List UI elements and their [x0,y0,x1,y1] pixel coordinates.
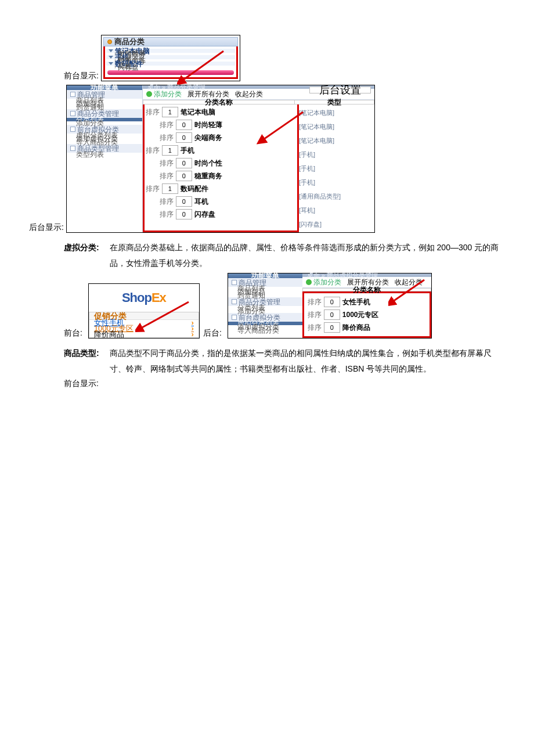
category-row: 排序数码配件 [146,182,296,195]
arrow-icon [388,277,429,306]
sort-input[interactable] [162,183,178,194]
figure-frontend-categories: 商品分类 笔记本电脑›时尚轻薄›尖端商务手机›时尚个性›稳重商务数码配件›耳机›… [101,35,240,81]
sort-input[interactable] [324,297,340,307]
col-type: 类型 [295,100,374,105]
virtual-category-desc: 在原商品分类基础上，依据商品的品牌、属性、价格等条件筛选而形成的新分类方式，例如… [110,240,505,271]
sort-input[interactable] [162,145,178,156]
sort-input[interactable] [324,309,340,320]
category-header: 商品分类 [103,37,238,46]
category-row: 排序稳重商务 [146,170,296,182]
sort-input[interactable] [162,107,178,117]
back-display-label: 后台显示: [29,222,64,233]
figure-backend-virtual: 功能菜单 商品管理商品列表添加商品到货通知商品分类管理分类列表添加分类前台虚拟分… [228,273,432,339]
sort-input[interactable] [176,120,192,130]
chevron-down-icon [109,49,113,52]
sort-input[interactable] [176,171,192,181]
category-row: 排序耳机 [146,195,296,208]
menu-header: 功能菜单 [228,273,302,278]
product-type-desc: 商品类型不同于商品分类，指的是依据某一类商品的相同属性归纳成的属性集合，例如手机… [110,345,505,376]
col-category-name: 分类名称 [143,100,295,105]
arrow-icon [177,48,229,89]
svg-line-0 [183,51,223,80]
arrow-icon [257,109,309,150]
svg-line-3 [393,280,424,301]
sort-input[interactable] [176,158,192,168]
add-category-button[interactable]: 添加分类 [306,279,341,285]
arrow-icon [135,299,193,334]
chevron-down-icon [109,56,113,59]
sort-input[interactable] [176,209,192,219]
menu-item[interactable]: 导入商品分类 [228,329,302,332]
virtual-category-row: 排序降价商品 [305,321,428,334]
front-label: 前台: [64,328,82,339]
category-row: 排序时尚个性 [146,157,296,170]
sort-input[interactable] [324,322,340,333]
figure-backend-categories: 功能菜单 商品管理商品列表添加商品到货通知商品分类管理分类列表添加分类前台虚拟分… [66,85,375,233]
virtual-category-term: 虚拟分类: [64,240,99,255]
category-row: 排序闪存盘 [146,208,296,221]
front-display-label: 前台显示: [64,71,99,81]
backend-badge: 后台设置 [309,87,371,93]
chevron-down-icon [109,62,113,65]
virtual-category-row: 排序1000元专区 [305,308,428,321]
back-label: 后台: [203,328,222,339]
sort-input[interactable] [176,132,192,143]
figure-frontend-promo: ShopEx 促销分类 女性手机›1000元专区›降价商品› [88,283,200,339]
front-display-trailing: 前台显示: [64,379,505,389]
svg-line-1 [264,112,303,139]
svg-line-2 [141,302,189,328]
sort-input[interactable] [176,196,192,207]
add-category-button[interactable]: 添加分类 [146,91,182,97]
product-type-term: 商品类型: [64,345,99,361]
menu-header: 功能菜单 [67,85,142,90]
menu-item[interactable]: 类型列表 [67,153,142,156]
